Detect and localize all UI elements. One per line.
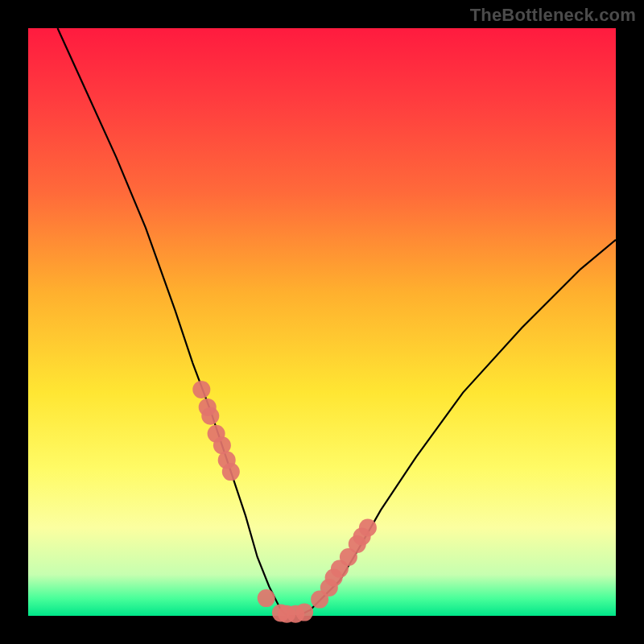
highlight-dot xyxy=(258,589,275,607)
highlight-dots-group xyxy=(192,381,377,623)
highlight-dot xyxy=(201,407,219,425)
watermark-text: TheBottleneck.com xyxy=(470,5,636,26)
highlight-dot xyxy=(192,381,210,398)
highlight-dot xyxy=(222,463,240,481)
highlight-dot xyxy=(359,519,377,537)
bottleneck-curve xyxy=(58,28,617,616)
highlight-dot xyxy=(295,604,313,621)
chart-frame: TheBottleneck.com xyxy=(0,0,644,644)
bottleneck-svg xyxy=(28,28,616,616)
plot-area xyxy=(28,28,616,616)
